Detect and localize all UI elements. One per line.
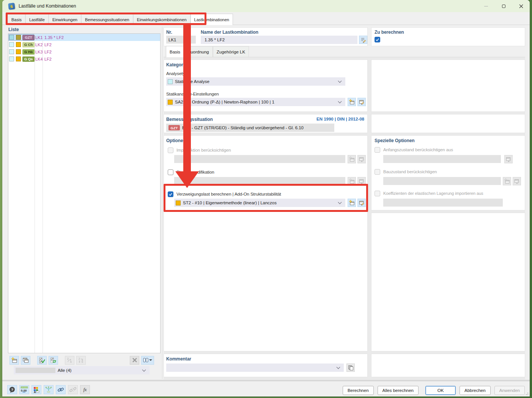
new-window-icon (349, 200, 355, 206)
statikanalyse-dropdown[interactable]: SA2 - II. Ordnung (P-Δ) | Newton-Raphson… (166, 98, 345, 106)
copy-pages-icon (348, 365, 354, 371)
delete-item-button[interactable] (130, 356, 139, 365)
chevron-down-icon (142, 368, 146, 371)
new-window-icon (504, 178, 510, 184)
list-item-swatches: G Hä (8, 48, 35, 55)
rename-button[interactable] (359, 36, 367, 44)
bauzustand-label: Bauzustand berücksichtigen (383, 169, 437, 174)
verzweigungslast-checkbox[interactable] (168, 191, 173, 197)
nr-label: Nr. (166, 30, 172, 35)
list-item[interactable]: G Ch LK2 LF2 (8, 41, 160, 48)
link-icon (57, 386, 64, 393)
svg-text:6: 6 (82, 360, 83, 363)
columns-options-button[interactable] (141, 356, 154, 365)
new-window-icon (349, 178, 355, 184)
renumber-sequence-icon: 2 6 (78, 357, 84, 364)
new-stabilitaet-button[interactable] (348, 199, 356, 207)
main-tab-bar: Basis Lastfälle Einwirkungen Bemessungss… (2, 12, 530, 25)
settings-color-swatch (16, 49, 21, 54)
ok-button[interactable]: OK (425, 386, 456, 395)
edit-imperfektion-button (357, 155, 366, 163)
name-field[interactable]: 1.35 * LF2 (201, 36, 357, 44)
check-all-button[interactable] (37, 356, 47, 365)
settings-color-swatch (176, 201, 181, 205)
svg-text:?: ? (11, 387, 13, 392)
status-bar: ? 0.00 A (2, 381, 530, 396)
model-tree-button[interactable] (44, 385, 54, 394)
list-item-swatches: GZT (8, 34, 35, 41)
new-imperfektion-button (348, 155, 356, 163)
list-item-swatches: G Qs (8, 55, 35, 63)
maximize-button[interactable] (495, 0, 512, 12)
list-header: Liste (8, 27, 19, 32)
nr-field[interactable]: LK1 (166, 36, 196, 44)
list-item[interactable]: GZT LK1 1.35 * LF2 (8, 34, 160, 41)
analysis-color-swatch (9, 42, 14, 47)
list-filter-dropdown[interactable]: Alle (4) (14, 366, 150, 374)
copy-kommentar-button[interactable] (346, 364, 355, 372)
settings-color-swatch (168, 100, 173, 105)
empty-panel (371, 114, 525, 133)
strukturmodifikation-checkbox[interactable] (168, 169, 173, 175)
bauzustand-checkbox (375, 169, 380, 175)
number-name-box: Nr. LK1 Name der Lastkombination 1.35 * … (164, 27, 368, 46)
list-item[interactable]: G Hä LK3 LF2 (8, 48, 160, 55)
analysetyp-dropdown[interactable]: Statische Analyse (166, 77, 345, 86)
link-button[interactable] (56, 385, 66, 394)
design-situation-badge: G Hä (22, 49, 35, 55)
koeffizienten-checkbox (375, 191, 380, 196)
tab-einwirkungskombinationen[interactable]: Einwirkungskombinationen (133, 14, 190, 25)
name-label: Name der Lastkombination (201, 30, 258, 35)
list-item[interactable]: G Qs LK4 LF2 (8, 55, 160, 63)
new-window-icon (349, 156, 355, 162)
alles-berechnen-button[interactable]: Alles berechnen (378, 386, 419, 395)
list-item-description: LF2 (42, 42, 52, 47)
kategorie-box: Kategorie Analysetyp Statische Analyse S… (164, 60, 368, 112)
toggle-check-button[interactable] (49, 356, 58, 365)
abbrechen-button[interactable]: Abbrechen (460, 386, 491, 395)
new-statikanalyse-button[interactable] (348, 98, 356, 106)
close-button[interactable] (512, 0, 530, 12)
tab-lastfaelle[interactable]: Lastfälle (25, 14, 49, 25)
berechnen-button[interactable]: Berechnen (343, 386, 374, 395)
formula-button[interactable]: fx (80, 385, 90, 394)
list-column-divider (35, 34, 35, 353)
select-anfangszustand-button (504, 155, 513, 163)
dialog-window: 6 Lastfälle und Kombinationen Basis Last… (2, 0, 530, 396)
minimize-button[interactable] (477, 0, 495, 12)
help-button[interactable]: ? (7, 385, 17, 394)
chevron-down-icon (338, 79, 342, 83)
renumber-icon: 2 6 (66, 357, 73, 364)
bemessung-field[interactable]: GZT BS1 - GZT (STR/GEO) - Ständig und vo… (166, 124, 334, 132)
subtab-zuordnung[interactable]: Zuordnung (184, 46, 213, 57)
chevron-down-icon (337, 365, 340, 369)
edit-stabilitaet-button[interactable] (357, 199, 366, 207)
copy-item-button[interactable] (21, 356, 30, 365)
subtab-zugehoerige-lk[interactable]: Zugehörige LK (213, 46, 249, 57)
status-toolbar: ? 0.00 A (7, 385, 90, 394)
tab-bemessungssituationen[interactable]: Bemessungssituationen (81, 14, 133, 25)
list-item-id: LK4 (35, 57, 42, 61)
compute-checkbox[interactable] (375, 37, 380, 42)
renumber-button: 2 6 (65, 356, 74, 365)
tab-lastkombinationen[interactable]: Lastkombinationen (190, 14, 233, 25)
tree-icon (45, 386, 52, 393)
display-settings-button[interactable]: A (31, 385, 41, 394)
tab-einwirkungen[interactable]: Einwirkungen (49, 14, 81, 25)
list-item-id: LK1 (35, 35, 42, 40)
optionen-title: Optionen (166, 138, 186, 143)
anfangszustand-checkbox (375, 147, 380, 153)
check-icon (375, 38, 379, 42)
subtab-basis[interactable]: Basis (166, 46, 184, 57)
resize-grip[interactable] (525, 392, 528, 395)
settings-color-swatch (16, 42, 21, 47)
stabilitaet-dropdown[interactable]: ST2 - #10 | Eigenwertmethode (linear) | … (174, 199, 345, 207)
list-column-divider (42, 34, 43, 353)
edit-statikanalyse-button[interactable] (357, 98, 366, 106)
new-item-button[interactable] (9, 356, 19, 365)
kommentar-dropdown[interactable] (166, 364, 344, 372)
toggle-check-icon (50, 357, 57, 364)
window-title: Lastfälle und Kombinationen (19, 3, 76, 9)
units-settings-button[interactable]: 0.00 (19, 385, 29, 394)
tab-basis[interactable]: Basis (8, 14, 25, 25)
